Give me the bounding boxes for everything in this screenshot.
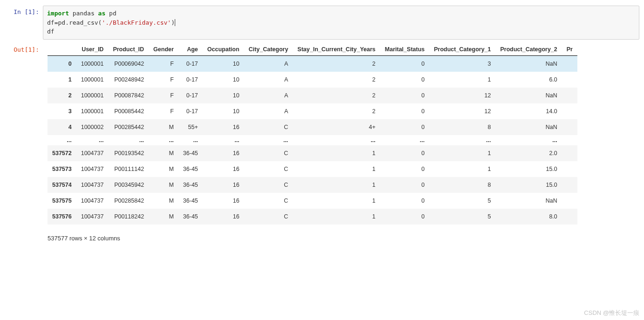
cell: 1004737 (76, 161, 109, 177)
input-prompt: In [1]: (5, 6, 43, 40)
cell: 12 (429, 103, 495, 119)
cell: ... (380, 135, 429, 145)
cell: 0 (380, 209, 429, 225)
cell: 2.0 (496, 145, 562, 161)
cell: 4+ (293, 119, 380, 135)
cell: P00285842 (108, 193, 149, 209)
cell: NaN (496, 88, 562, 103)
col-header: Product_Category_2 (496, 43, 562, 56)
cell: C (244, 177, 293, 193)
cell: 10 (203, 88, 244, 103)
output-cell: Out[1]: User_ID Product_ID Gender Age Oc… (5, 43, 639, 242)
cell: P00193542 (108, 145, 149, 161)
keyword-as: as (98, 10, 106, 17)
cursor (175, 19, 175, 26)
cell (562, 72, 577, 88)
dataframe-table: User_ID Product_ID Gender Age Occupation… (48, 43, 577, 225)
cell: M (149, 209, 178, 225)
cell: ... (429, 135, 495, 145)
cell: 16 (203, 209, 244, 225)
table-row: 5375761004737P00118242M36-4516C1058.0 (48, 209, 577, 225)
col-header: Stay_In_Current_City_Years (293, 43, 380, 56)
cell: C (244, 145, 293, 161)
cell: 0 (380, 55, 429, 72)
cell: F (149, 55, 178, 72)
cell: F (149, 72, 178, 88)
cell: 1 (429, 161, 495, 177)
cell: 0 (380, 145, 429, 161)
cell: 2 (293, 103, 380, 119)
table-row: 5375751004737P00285842M36-4516C105NaN (48, 193, 577, 209)
output-prompt: Out[1]: (5, 43, 43, 242)
table-row: 5375741004737P00345942M36-4516C10815.0 (48, 177, 577, 193)
cell: 1000001 (76, 55, 109, 72)
cell: 6.0 (496, 72, 562, 88)
row-index: 4 (48, 119, 76, 135)
shape-info: 537577 rows × 12 columns (48, 232, 639, 242)
cell: 0 (380, 88, 429, 103)
cell: A (244, 88, 293, 103)
cell: 16 (203, 145, 244, 161)
cell: 55+ (178, 119, 203, 135)
cell: A (244, 55, 293, 72)
cell: NaN (496, 193, 562, 209)
cell: C (244, 119, 293, 135)
cell: ... (293, 135, 380, 145)
table-row: 31000001P00085442F0-1710A201214.0 (48, 103, 577, 119)
cell: 0 (380, 103, 429, 119)
row-index: 537573 (48, 161, 76, 177)
row-index: ... (48, 135, 76, 145)
cell: M (149, 145, 178, 161)
cell: NaN (496, 119, 562, 135)
row-index: 537574 (48, 177, 76, 193)
cell: ... (76, 135, 109, 145)
cell: 0-17 (178, 103, 203, 119)
row-index: 1 (48, 72, 76, 88)
index-header (48, 43, 76, 56)
cell (562, 135, 577, 145)
cell (562, 119, 577, 135)
cell: 14.0 (496, 103, 562, 119)
col-header: User_ID (76, 43, 109, 56)
cell: 10 (203, 103, 244, 119)
cell (562, 55, 577, 72)
cell: ... (496, 135, 562, 145)
cell: M (149, 177, 178, 193)
col-header: Occupation (203, 43, 244, 56)
cell: 36-45 (178, 193, 203, 209)
cell: 1004737 (76, 209, 109, 225)
cell: ... (149, 135, 178, 145)
cell: C (244, 209, 293, 225)
table-row: 21000001P00087842F0-1710A2012NaN (48, 88, 577, 103)
row-index: 0 (48, 55, 76, 72)
table-row: 5375721004737P00193542M36-4516C1012.0 (48, 145, 577, 161)
cell: C (244, 193, 293, 209)
cell: 5 (429, 209, 495, 225)
cell: 1 (429, 145, 495, 161)
cell: 2 (293, 72, 380, 88)
cell: 0 (380, 193, 429, 209)
cell (562, 88, 577, 103)
cell: 1 (293, 161, 380, 177)
cell: 1000002 (76, 119, 109, 135)
cell: 15.0 (496, 161, 562, 177)
col-header: Product_ID (108, 43, 149, 56)
keyword-import: import (47, 10, 69, 17)
cell: 36-45 (178, 145, 203, 161)
cell (562, 209, 577, 225)
cell: M (149, 161, 178, 177)
code-editor[interactable]: import pandas as pd df=pd.read_csv('./Bl… (43, 6, 639, 40)
col-header: Marital_Status (380, 43, 429, 56)
cell: 8 (429, 177, 495, 193)
output-content: User_ID Product_ID Gender Age Occupation… (48, 43, 639, 242)
cell: 36-45 (178, 177, 203, 193)
cell: 0-17 (178, 72, 203, 88)
cell: 16 (203, 161, 244, 177)
col-header: Pr (562, 43, 577, 56)
cell: 0 (380, 161, 429, 177)
cell (562, 161, 577, 177)
cell: 1000001 (76, 103, 109, 119)
row-index: 537576 (48, 209, 76, 225)
cell: 10 (203, 72, 244, 88)
row-index: 537575 (48, 193, 76, 209)
